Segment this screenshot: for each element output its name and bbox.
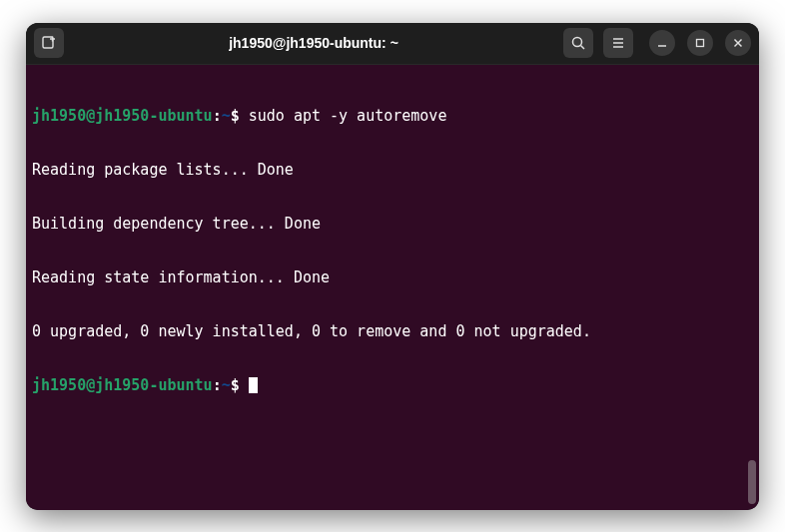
new-tab-button[interactable] (34, 28, 64, 58)
titlebar: jh1950@jh1950-ubuntu: ~ (26, 23, 759, 65)
window-controls (649, 30, 751, 56)
terminal-window: jh1950@jh1950-ubuntu: ~ (26, 23, 759, 510)
titlebar-left (34, 28, 64, 58)
terminal-line: jh1950@jh1950-ubuntu:~$ sudo apt -y auto… (32, 107, 753, 125)
terminal-output-line: Building dependency tree... Done (32, 215, 753, 233)
prompt-user-host: jh1950@jh1950-ubuntu (32, 376, 213, 394)
prompt-colon: : (213, 376, 222, 394)
cursor (249, 377, 258, 393)
command-text: sudo apt -y autoremove (249, 107, 447, 125)
svg-rect-9 (697, 40, 704, 47)
svg-point-3 (573, 38, 582, 47)
svg-line-4 (581, 46, 585, 50)
terminal-output-line: 0 upgraded, 0 newly installed, 0 to remo… (32, 322, 753, 340)
terminal-output-line: Reading package lists... Done (32, 161, 753, 179)
terminal-output-line: Reading state information... Done (32, 268, 753, 286)
menu-button[interactable] (603, 28, 633, 58)
terminal-body[interactable]: jh1950@jh1950-ubuntu:~$ sudo apt -y auto… (26, 65, 759, 510)
scrollbar-thumb[interactable] (748, 460, 756, 504)
maximize-button[interactable] (687, 30, 713, 56)
prompt-dollar: $ (231, 107, 240, 125)
close-icon (732, 37, 744, 49)
titlebar-right (563, 28, 751, 58)
search-button[interactable] (563, 28, 593, 58)
prompt-colon: : (213, 107, 222, 125)
prompt-dollar: $ (231, 376, 240, 394)
minimize-icon (656, 37, 668, 49)
prompt-path: ~ (222, 376, 231, 394)
close-button[interactable] (725, 30, 751, 56)
maximize-icon (694, 37, 706, 49)
terminal-line: jh1950@jh1950-ubuntu:~$ (32, 376, 753, 394)
new-tab-icon (41, 35, 57, 51)
search-icon (570, 35, 586, 51)
window-title: jh1950@jh1950-ubuntu: ~ (72, 35, 555, 51)
prompt-path: ~ (222, 107, 231, 125)
minimize-button[interactable] (649, 30, 675, 56)
hamburger-icon (610, 35, 626, 51)
prompt-user-host: jh1950@jh1950-ubuntu (32, 107, 213, 125)
